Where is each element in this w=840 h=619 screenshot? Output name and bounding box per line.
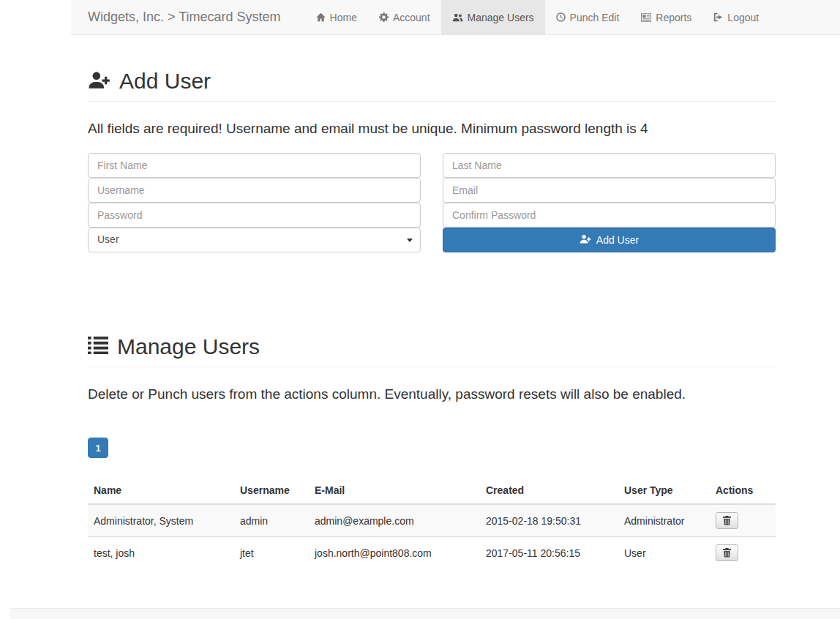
nav-item-reports[interactable]: Reports (630, 0, 702, 34)
users-table: Name Username E-Mail Created User Type A… (88, 477, 776, 569)
user-type-select[interactable]: User (88, 228, 421, 252)
cell-username: admin (234, 504, 309, 537)
user-plus-icon (580, 234, 591, 246)
trash-icon (723, 517, 731, 528)
nav-item-label: Logout (727, 12, 759, 23)
column-header-actions: Actions (710, 477, 776, 504)
reports-icon (641, 13, 651, 22)
clock-icon (556, 12, 566, 22)
add-user-heading: Add User (88, 69, 776, 102)
nav-item-label: Reports (656, 12, 691, 23)
chevron-down-icon (407, 239, 413, 242)
first-name-field[interactable] (88, 153, 421, 178)
add-user-section: Add User All fields are required! Userna… (88, 69, 776, 252)
user-plus-icon (88, 69, 110, 94)
nav-item-account[interactable]: Account (368, 0, 441, 34)
delete-user-button[interactable] (716, 544, 738, 561)
users-icon (452, 12, 463, 22)
home-icon (316, 12, 326, 22)
gear-icon (379, 12, 389, 22)
pagination: 1 (88, 438, 776, 458)
navbar-brand[interactable]: Widgets, Inc. > Timecard System (71, 0, 292, 34)
nav-item-manage-users[interactable]: Manage Users (441, 0, 545, 34)
email-field[interactable] (443, 178, 776, 203)
add-user-title: Add User (119, 69, 211, 94)
footer-strip (10, 608, 840, 619)
username-field[interactable] (88, 178, 421, 203)
cell-email: admin@example.com (309, 504, 480, 537)
last-name-field[interactable] (443, 153, 776, 178)
list-icon (88, 334, 108, 359)
cell-created: 2015-02-18 19:50:31 (480, 504, 618, 537)
table-row: test, josh jtet josh.north@point808.com … (88, 537, 776, 569)
cell-usertype: User (618, 537, 710, 569)
add-user-form: User Add User (88, 153, 776, 252)
cell-usertype: Administrator (618, 504, 710, 537)
column-header-email: E-Mail (309, 477, 480, 504)
cell-created: 2017-05-11 20:56:15 (480, 537, 618, 569)
nav-item-label: Manage Users (468, 12, 534, 23)
navbar-menu: Home Account Manage Users Punch Edit Rep (305, 0, 770, 34)
confirm-password-field[interactable] (443, 203, 776, 228)
manage-users-section: Manage Users Delete or Punch users from … (88, 334, 776, 569)
column-header-username: Username (234, 477, 309, 504)
logout-icon (713, 12, 723, 22)
trash-icon (723, 549, 731, 560)
user-type-selected-value: User (97, 233, 119, 245)
manage-users-heading: Manage Users (88, 334, 776, 367)
column-header-name: Name (88, 477, 234, 504)
nav-item-label: Punch Edit (570, 12, 620, 23)
delete-user-button[interactable] (716, 512, 738, 529)
add-user-button[interactable]: Add User (443, 228, 776, 252)
nav-item-label: Account (393, 12, 430, 23)
table-header-row: Name Username E-Mail Created User Type A… (88, 477, 776, 504)
top-navbar: Widgets, Inc. > Timecard System Home Acc… (71, 0, 840, 35)
manage-users-title: Manage Users (117, 334, 260, 359)
manage-users-description: Delete or Punch users from the actions c… (88, 386, 776, 402)
cell-name: Administrator, System (88, 504, 234, 537)
column-header-usertype: User Type (618, 477, 710, 504)
column-header-created: Created (480, 477, 618, 504)
nav-item-logout[interactable]: Logout (702, 0, 770, 34)
cell-username: jtet (234, 537, 309, 569)
cell-name: test, josh (88, 537, 234, 569)
password-field[interactable] (88, 203, 421, 228)
add-user-description: All fields are required! Username and em… (88, 121, 776, 137)
table-row: Administrator, System admin admin@exampl… (88, 504, 776, 537)
nav-item-punch-edit[interactable]: Punch Edit (545, 0, 631, 34)
pagination-page-1[interactable]: 1 (88, 438, 108, 458)
nav-item-home[interactable]: Home (305, 0, 368, 34)
add-user-button-label: Add User (596, 234, 639, 246)
cell-email: josh.north@point808.com (309, 537, 480, 569)
nav-item-label: Home (330, 12, 357, 23)
